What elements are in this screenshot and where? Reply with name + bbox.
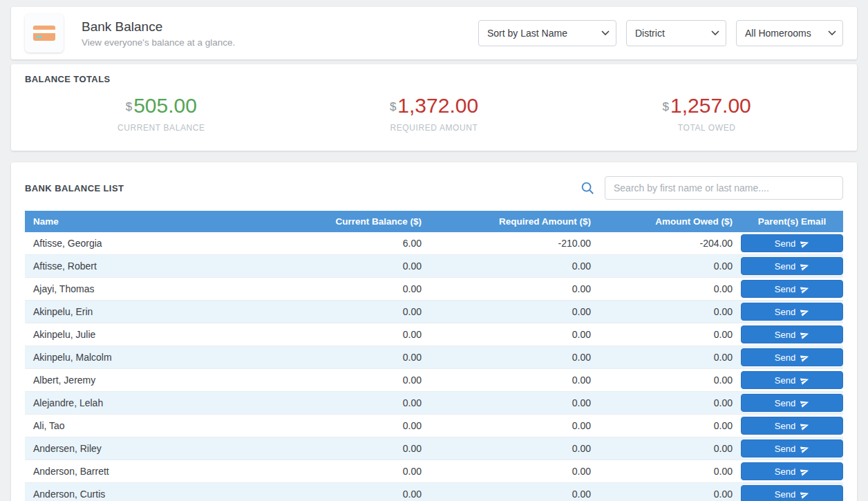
send-email-button[interactable]: Send [741, 394, 843, 412]
send-email-button[interactable]: Send [741, 439, 843, 457]
current-balance-cell: 0.00 [299, 323, 430, 346]
parent-email-cell: Send [741, 255, 843, 278]
required-amount-cell: 0.00 [430, 483, 599, 501]
send-icon [799, 443, 810, 454]
total-label: REQUIRED AMOUNT [298, 123, 571, 133]
header-parents-email: Parent(s) Email [741, 211, 843, 232]
parent-email-cell: Send [741, 437, 843, 460]
send-email-button[interactable]: Send [741, 417, 843, 435]
amount-owed-cell: 0.00 [599, 460, 741, 483]
amount-owed-cell: -204.00 [599, 232, 741, 255]
student-name-cell: Akinpelu, Julie [25, 323, 299, 346]
header-current-balance: Current Balance ($) [299, 211, 430, 232]
current-balance-cell: 0.00 [299, 415, 430, 437]
bank-balance-list-title: BANK BALANCE LIST [25, 183, 124, 193]
student-name-cell: Akinpelu, Erin [25, 301, 299, 323]
send-button-label: Send [775, 330, 795, 340]
send-icon [799, 283, 810, 294]
parent-email-cell: Send [741, 232, 843, 255]
sort-by-select[interactable]: Sort by Last Name [478, 20, 616, 46]
current-balance-cell: 0.00 [299, 255, 430, 278]
table-row: Anderson, Curtis0.000.000.00Send [25, 483, 843, 501]
student-name-cell: Alejandre, Lelah [25, 392, 299, 415]
send-icon [799, 466, 810, 477]
search-group [580, 176, 843, 200]
parent-email-cell: Send [741, 369, 843, 392]
send-icon [799, 397, 810, 408]
send-email-button[interactable]: Send [741, 371, 843, 389]
table-row: Akinpelu, Julie0.000.000.00Send [25, 323, 843, 346]
total-label: TOTAL OWED [570, 123, 843, 133]
current-balance-cell: 6.00 [299, 232, 430, 255]
bank-balance-table: Name Current Balance ($) Required Amount… [25, 211, 843, 501]
header-titles: Bank Balance View everyone's balance at … [82, 19, 235, 48]
page-header: Bank Balance View everyone's balance at … [11, 7, 857, 59]
bank-card-icon [25, 14, 64, 53]
send-button-label: Send [775, 307, 795, 317]
table-row: Aftisse, Robert0.000.000.00Send [25, 255, 843, 278]
parent-email-cell: Send [741, 301, 843, 323]
table-row: Alejandre, Lelah0.000.000.00Send [25, 392, 843, 415]
amount-owed-cell: 0.00 [599, 278, 741, 301]
student-name-cell: Anderson, Curtis [25, 483, 299, 501]
amount-owed-cell: 0.00 [599, 483, 741, 501]
send-button-label: Send [775, 284, 795, 294]
header-amount-owed: Amount Owed ($) [599, 211, 741, 232]
required-amount-cell: 0.00 [430, 437, 599, 460]
parent-email-cell: Send [741, 278, 843, 301]
send-email-button[interactable]: Send [741, 257, 843, 275]
header-filters: Sort by Last Name District All Homerooms [478, 20, 843, 46]
send-icon [799, 489, 810, 500]
send-button-label: Send [775, 375, 795, 386]
required-amount-cell: -210.00 [430, 232, 599, 255]
send-button-label: Send [775, 238, 795, 249]
required-amount-cell: 0.00 [430, 369, 599, 392]
parent-email-cell: Send [741, 415, 843, 437]
send-email-button[interactable]: Send [741, 303, 843, 321]
send-email-button[interactable]: Send [741, 280, 843, 298]
send-email-button[interactable]: Send [741, 348, 843, 366]
current-balance-cell: 0.00 [299, 369, 430, 392]
balance-table-body: Aftisse, Georgia6.00-210.00-204.00SendAf… [25, 232, 843, 501]
required-amount-cell: 0.00 [430, 346, 599, 369]
homeroom-select[interactable]: All Homerooms [736, 20, 843, 46]
page-subtitle: View everyone's balance at a glance. [82, 37, 235, 48]
table-row: Anderson, Barrett0.000.000.00Send [25, 460, 843, 483]
list-header: BANK BALANCE LIST [25, 176, 843, 200]
amount-owed-cell: 0.00 [599, 301, 741, 323]
required-amount-cell: 0.00 [430, 415, 599, 437]
table-row: Akinpelu, Erin0.000.000.00Send [25, 301, 843, 323]
credit-card-glyph [33, 26, 55, 41]
current-balance-cell: 0.00 [299, 278, 430, 301]
balance-totals-title: BALANCE TOTALS [25, 74, 843, 84]
parent-email-cell: Send [741, 392, 843, 415]
table-row: Andersen, Riley0.000.000.00Send [25, 437, 843, 460]
send-icon [799, 420, 810, 431]
table-row: Akinpelu, Malcolm0.000.000.00Send [25, 346, 843, 369]
send-email-button[interactable]: Send [741, 462, 843, 480]
required-amount-cell: 0.00 [430, 301, 599, 323]
send-icon [799, 238, 810, 249]
bank-balance-list-section: BANK BALANCE LIST Name Current Balance (… [11, 162, 857, 501]
required-amount-cell: 0.00 [430, 323, 599, 346]
table-row: Aftisse, Georgia6.00-210.00-204.00Send [25, 232, 843, 255]
student-name-cell: Aftisse, Robert [25, 255, 299, 278]
send-email-button[interactable]: Send [741, 234, 843, 252]
search-input[interactable] [605, 176, 843, 200]
send-email-button[interactable]: Send [741, 485, 843, 501]
send-button-label: Send [775, 352, 795, 363]
total-current-balance: $505.00 CURRENT BALANCE [25, 94, 298, 133]
table-header-row: Name Current Balance ($) Required Amount… [25, 211, 843, 232]
send-icon [799, 261, 810, 272]
send-email-button[interactable]: Send [741, 325, 843, 343]
amount-owed-cell: 0.00 [599, 255, 741, 278]
send-button-label: Send [775, 261, 795, 272]
district-select[interactable]: District [626, 20, 726, 46]
total-label: CURRENT BALANCE [25, 123, 298, 133]
amount-owed-cell: 0.00 [599, 323, 741, 346]
student-name-cell: Anderson, Barrett [25, 460, 299, 483]
amount-owed-cell: 0.00 [599, 346, 741, 369]
required-amount-cell: 0.00 [430, 460, 599, 483]
table-row: Ajayi, Thomas0.000.000.00Send [25, 278, 843, 301]
total-required-amount: $1,372.00 REQUIRED AMOUNT [298, 94, 571, 133]
